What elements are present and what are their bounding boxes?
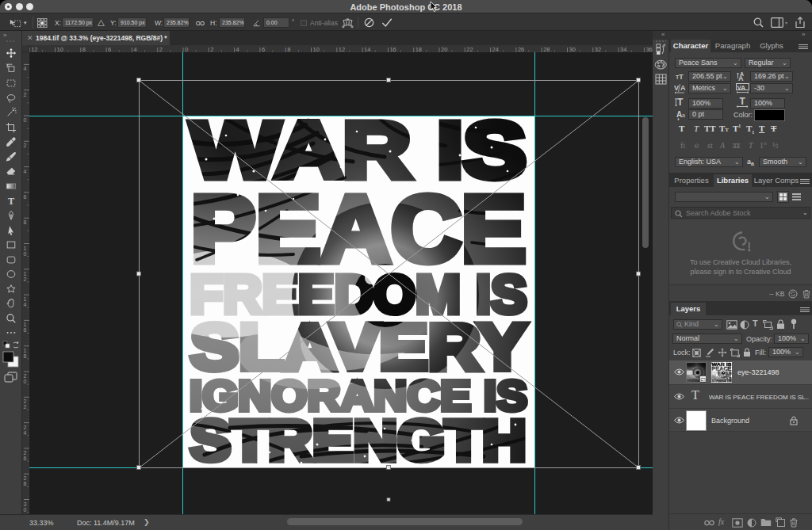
svg-text:0: 0 (24, 251, 27, 257)
svg-text:a: a (682, 112, 685, 118)
svg-text:1: 1 (24, 322, 27, 327)
svg-text:12: 12 (339, 46, 345, 53)
svg-text:6: 6 (24, 456, 27, 461)
svg-text:0: 0 (24, 117, 27, 123)
svg-text:36: 36 (645, 46, 652, 53)
svg-text:24: 24 (492, 46, 499, 53)
svg-text:10: 10 (57, 46, 63, 53)
svg-text:V: V (674, 84, 679, 92)
svg-text:12: 12 (31, 46, 37, 53)
svg-text:22: 22 (466, 46, 473, 53)
svg-text:4: 4 (24, 169, 27, 174)
svg-text:VA: VA (737, 84, 746, 91)
svg-text:1: 1 (24, 296, 27, 302)
svg-text:2: 2 (24, 143, 27, 148)
svg-text:T: T (677, 97, 684, 108)
svg-text:2: 2 (24, 398, 27, 404)
svg-text:26: 26 (518, 46, 524, 53)
svg-text:8: 8 (24, 481, 27, 486)
svg-text:10: 10 (313, 46, 320, 53)
svg-text:30: 30 (569, 46, 576, 53)
svg-text:16: 16 (389, 46, 396, 53)
svg-text:A: A (738, 74, 744, 82)
svg-text:2: 2 (24, 404, 27, 410)
svg-text:T: T (740, 97, 746, 107)
svg-text:32: 32 (595, 46, 601, 53)
svg-text:0: 0 (24, 379, 27, 384)
svg-text:2: 2 (24, 276, 27, 282)
svg-text:0: 0 (24, 507, 27, 513)
svg-text:2: 2 (24, 450, 27, 456)
svg-text:2: 2 (24, 373, 27, 379)
svg-text:28: 28 (543, 46, 550, 53)
svg-text:3: 3 (24, 501, 27, 507)
svg-text:2: 2 (24, 475, 27, 481)
svg-text:8: 8 (24, 219, 27, 225)
svg-text:20: 20 (441, 46, 447, 53)
svg-text:6: 6 (24, 327, 27, 333)
svg-text:1: 1 (24, 246, 27, 251)
svg-text:1: 1 (24, 271, 27, 276)
svg-text:4: 4 (24, 66, 27, 71)
svg-text:1: 1 (24, 348, 27, 353)
svg-text:18: 18 (416, 46, 422, 53)
svg-text:2: 2 (24, 425, 27, 430)
svg-text:34: 34 (620, 46, 626, 53)
svg-text:8: 8 (24, 353, 27, 359)
svg-text:2: 2 (24, 92, 27, 97)
svg-text:14: 14 (364, 46, 370, 53)
svg-text:A: A (680, 84, 686, 92)
svg-text:4: 4 (24, 430, 27, 436)
svg-text:T: T (8, 196, 14, 207)
svg-text:4: 4 (24, 302, 27, 307)
svg-text:6: 6 (24, 194, 27, 200)
